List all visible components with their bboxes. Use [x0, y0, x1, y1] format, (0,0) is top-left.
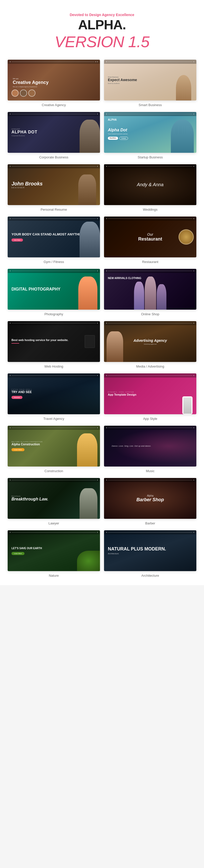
demo-item-startup[interactable]: ALPHA Alpha Dot Your trusted business pa… — [104, 112, 196, 159]
creative-small: We are — [13, 78, 95, 80]
demo-item-music[interactable]: Dance. Love. Sing. Live. Get up and danc… — [104, 426, 196, 473]
creative-tagline: We are a Digital Agency Experience — [13, 86, 95, 88]
gym-person — [79, 222, 100, 257]
nature-cta[interactable]: Learn More — [11, 552, 25, 555]
thumb-nav-architecture — [104, 530, 196, 534]
demo-item-media[interactable]: Advertising Agency Advertising tagline t… — [104, 321, 196, 368]
nav-dot — [193, 479, 194, 480]
nav-dot — [106, 114, 107, 115]
construction-cta[interactable]: Learn More — [11, 448, 25, 451]
demo-item-barber[interactable]: Alpha Barber Shop Barber — [104, 478, 196, 525]
demo-item-smart[interactable]: Smart Business Expect Awesome Driven by … — [104, 60, 196, 107]
demo-item-restaurant[interactable]: Our Restaurant Restaurant — [104, 217, 196, 264]
demo-thumb-travel[interactable]: CATCH YOUR SPELL TRY AND SEE Discover — [8, 373, 100, 414]
circle-img-3 — [28, 90, 35, 97]
demo-thumb-media[interactable]: Advertising Agency Advertising tagline t… — [104, 321, 196, 362]
demo-item-nature[interactable]: Let's Save Our Earth Learn More Nature — [8, 530, 100, 578]
thumb-nav-photography — [8, 269, 100, 273]
travel-big: TRY AND SEE — [11, 390, 32, 394]
demo-item-gym[interactable]: Your Body Can Stand Almost Anything Join… — [8, 217, 100, 264]
demo-thumb-nature[interactable]: Let's Save Our Earth Learn More — [8, 530, 100, 571]
demo-thumb-creative[interactable]: We are Creative Agency We are a Digital … — [8, 60, 100, 100]
startup-big: Alpha Dot — [108, 128, 128, 132]
startup-btn-primary[interactable]: Read More — [108, 137, 118, 140]
startup-logo: ALPHA — [108, 118, 116, 121]
demo-label-barber: Barber — [145, 521, 155, 525]
demo-thumb-architecture[interactable]: Natural Plus Modern. Architecture — [104, 530, 196, 571]
demo-item-corporate[interactable]: ALPHA DOT ALPHA DOT Corporate Business C… — [8, 112, 100, 159]
nav-dot — [10, 375, 11, 376]
nav-line — [11, 480, 96, 480]
media-desc: Advertising tagline text — [134, 343, 167, 345]
demo-thumb-app[interactable]: Dynamic, Cool Custom App Template Design — [104, 373, 196, 414]
nav-line — [11, 271, 96, 271]
demo-thumb-gym[interactable]: Your Body Can Stand Almost Anything Join… — [8, 217, 100, 257]
nav-line — [108, 61, 193, 62]
demo-item-construction[interactable]: Welcome to Alpha Construction Alpha Cons… — [8, 426, 100, 473]
demo-thumb-weddings[interactable]: Andy & Anna — [104, 164, 196, 205]
app-hero-text: Dynamic, Cool Custom App Template Design — [108, 391, 136, 396]
startup-btn-secondary[interactable]: Contact — [120, 137, 128, 140]
demo-thumb-shop[interactable]: New Arrivals Clothing — [104, 269, 196, 310]
barber-name: Alpha — [136, 494, 164, 497]
shop-person-1 — [134, 282, 144, 310]
demo-item-app[interactable]: Dynamic, Cool Custom App Template Design… — [104, 373, 196, 421]
hosting-hero-text: Best web hosting service for your websit… — [11, 338, 68, 345]
demo-item-photography[interactable]: Digital Photography Photography — [8, 269, 100, 316]
nav-line — [108, 114, 193, 114]
nav-line — [11, 61, 94, 62]
demo-label-app: App Style — [143, 417, 157, 421]
nav-dot — [97, 479, 98, 480]
nature-big: Let's Save Our Earth — [11, 547, 42, 550]
demo-thumb-barber[interactable]: Alpha Barber Shop — [104, 478, 196, 519]
thumb-nav-nature — [8, 530, 100, 534]
thumb-nav-lawyer — [8, 478, 100, 482]
demo-thumb-corporate[interactable]: ALPHA DOT ALPHA DOT Corporate Business — [8, 112, 100, 153]
barber-text: Alpha Barber Shop — [136, 494, 164, 502]
demo-item-weddings[interactable]: Andy & Anna Weddings — [104, 164, 196, 212]
gym-cta[interactable]: Join Now — [11, 239, 23, 242]
nav-dot — [10, 61, 11, 62]
nav-line — [108, 428, 193, 428]
hosting-line — [11, 343, 19, 344]
smart-desc: Driven by excellence — [108, 83, 137, 84]
demo-thumb-photography[interactable]: Digital Photography — [8, 269, 100, 310]
nav-dot — [193, 427, 194, 428]
demo-item-shop[interactable]: New Arrivals Clothing Online Shop — [104, 269, 196, 316]
subtitle-end: Excellence — [116, 13, 134, 17]
page-wrapper: Devoted to Design Agency Excellence ALPH… — [0, 0, 204, 585]
demo-label-gym: Gym / Fitness — [44, 260, 64, 264]
demo-item-lawyer[interactable]: Beyond Results. Breakthrough Law. Lawyer — [8, 478, 100, 525]
demo-label-hosting: Web Hosting — [44, 365, 63, 368]
demo-label-architecture: Architecture — [141, 574, 159, 578]
nav-dot — [10, 323, 11, 324]
demo-item-hosting[interactable]: Best web hosting service for your websit… — [8, 321, 100, 368]
demo-item-travel[interactable]: CATCH YOUR SPELL TRY AND SEE Discover Tr… — [8, 373, 100, 421]
music-hero-text: Dance. Love. Sing. Live. Get up and danc… — [108, 439, 155, 453]
shop-person-3 — [157, 284, 167, 310]
demo-thumb-resume[interactable]: John Brooks DESIGNER — [8, 164, 100, 205]
nav-dot — [10, 166, 11, 167]
thumb-nav-creative — [8, 60, 100, 64]
demo-label-music: Music — [146, 469, 155, 473]
demo-thumb-restaurant[interactable]: Our Restaurant — [104, 217, 196, 257]
nav-dot — [106, 218, 107, 219]
circle-img-2 — [20, 90, 27, 97]
demo-thumb-lawyer[interactable]: Beyond Results. Breakthrough Law. — [8, 478, 100, 519]
demo-item-creative[interactable]: We are Creative Agency We are a Digital … — [8, 60, 100, 107]
demo-item-resume[interactable]: John Brooks DESIGNER Personal Resume — [8, 164, 100, 212]
nav-line — [108, 166, 193, 166]
demo-thumb-music[interactable]: Dance. Love. Sing. Live. Get up and danc… — [104, 426, 196, 467]
demo-item-architecture[interactable]: Natural Plus Modern. Architecture Archit… — [104, 530, 196, 578]
smart-hero-text: Smart Business Expect Awesome Driven by … — [108, 76, 137, 84]
demo-thumb-construction[interactable]: Welcome to Alpha Construction Alpha Cons… — [8, 426, 100, 467]
startup-buttons: Read More Contact — [108, 137, 128, 140]
subtitle-text: Devoted to — [70, 13, 88, 17]
demo-thumb-hosting[interactable]: Best web hosting service for your websit… — [8, 321, 100, 362]
demo-thumb-smart[interactable]: Smart Business Expect Awesome Driven by … — [104, 60, 196, 100]
thumb-nav-media — [104, 321, 196, 325]
travel-cta[interactable]: Discover — [11, 396, 23, 399]
demo-thumb-startup[interactable]: ALPHA Alpha Dot Your trusted business pa… — [104, 112, 196, 153]
corporate-sub: Corporate Business — [11, 135, 37, 136]
nav-dot — [106, 375, 107, 376]
